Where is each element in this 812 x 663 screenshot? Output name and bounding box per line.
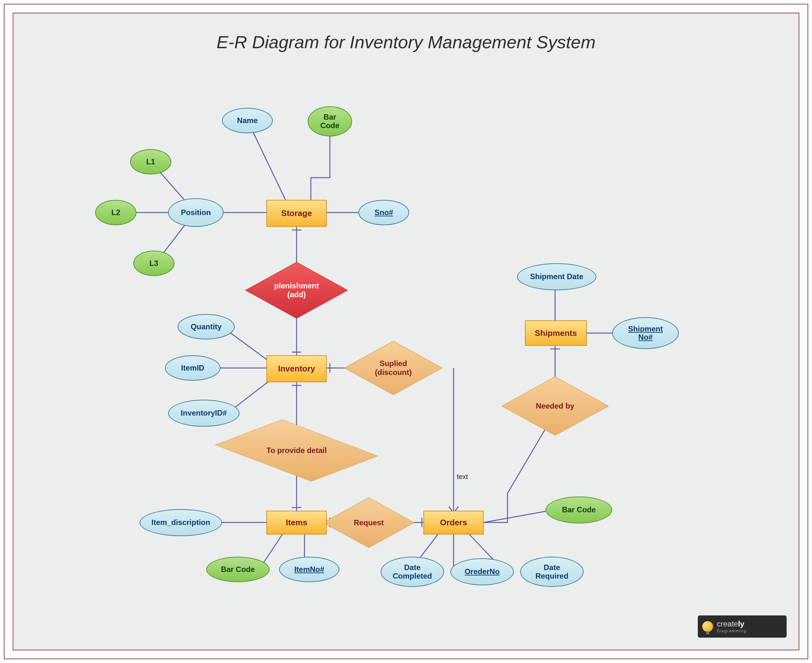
attr-items-itemno[interactable]: ItemNo# <box>279 557 339 582</box>
attr-orders-date-required[interactable]: Date Required <box>520 557 584 587</box>
logo-main-light: create <box>717 619 738 628</box>
relationship-supplied[interactable]: Suplied (discount) <box>358 333 428 403</box>
attr-items-barcode[interactable]: Bar Code <box>206 557 270 582</box>
attr-storage-barcode[interactable]: Bar Code <box>308 106 352 136</box>
entity-items[interactable]: Items <box>266 511 327 535</box>
attr-storage-sno[interactable]: Sno# <box>358 200 409 225</box>
attr-inventory-quantity[interactable]: Quantity <box>178 314 235 340</box>
logo-main: creately <box>717 620 746 628</box>
attr-orders-barcode[interactable]: Bar Code <box>546 496 612 524</box>
svg-line-22 <box>484 511 549 522</box>
relationship-replenishment[interactable]: plenishment (add) <box>260 254 333 327</box>
attr-storage-l3[interactable]: L3 <box>133 251 174 276</box>
attr-storage-name[interactable]: Name <box>222 108 273 133</box>
attr-storage-position[interactable]: Position <box>168 198 224 227</box>
entity-orders[interactable]: Orders <box>423 511 484 535</box>
relationship-request-label: Request <box>336 490 401 555</box>
relationship-provide-detail-label: To provide detail <box>228 403 365 498</box>
attr-inventory-inventoryid[interactable]: InventoryID# <box>168 400 239 427</box>
relationship-needed-by-label: Needed by <box>517 368 593 444</box>
attr-orders-orderno[interactable]: OrederNo <box>450 558 514 585</box>
creately-logo: creately Diagramming <box>698 615 787 638</box>
logo-sub: Diagramming <box>717 629 746 633</box>
attr-orders-date-completed[interactable]: Date Completed <box>381 557 444 587</box>
relationship-provide-detail[interactable]: To provide detail <box>228 403 365 498</box>
attr-storage-l1[interactable]: L1 <box>130 149 171 175</box>
relationship-replenishment-label: plenishment (add) <box>260 254 333 327</box>
attr-items-description[interactable]: Item_discription <box>140 509 222 536</box>
entity-shipments[interactable]: Shipments <box>525 320 587 346</box>
relationship-request[interactable]: Request <box>336 490 401 555</box>
bulb-icon <box>702 621 713 632</box>
logo-main-bold: ly <box>738 619 744 628</box>
connector-label-text: text <box>457 473 468 481</box>
relationship-needed-by[interactable]: Needed by <box>517 368 593 444</box>
attr-shipments-date[interactable]: Shipment Date <box>517 263 596 290</box>
attr-shipments-no[interactable]: Shipment No# <box>612 317 679 349</box>
svg-line-4 <box>250 127 286 200</box>
diagram-canvas: E-R Diagram for Inventory Management Sys… <box>0 0 812 663</box>
relationship-supplied-label: Suplied (discount) <box>358 333 428 403</box>
attr-storage-l2[interactable]: L2 <box>95 200 136 225</box>
entity-storage[interactable]: Storage <box>266 200 327 227</box>
entity-inventory[interactable]: Inventory <box>266 355 327 382</box>
attr-inventory-itemid[interactable]: ItemID <box>165 355 220 381</box>
